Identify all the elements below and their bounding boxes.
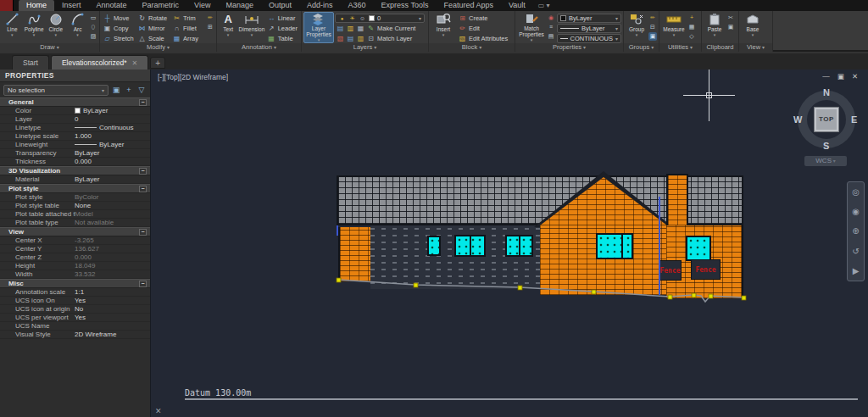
ellipse-icon[interactable]: ⬯ xyxy=(89,23,97,31)
file-tab-drawing[interactable]: Elevationscolorized* ✕ xyxy=(51,55,148,70)
file-tab-start[interactable]: Start xyxy=(12,55,49,70)
select-objects-icon[interactable]: + xyxy=(124,85,134,95)
section-general[interactable]: General− xyxy=(0,97,150,107)
left-brick-pillar[interactable] xyxy=(338,227,370,281)
window-3[interactable] xyxy=(505,235,533,257)
selection-dropdown[interactable]: No selection xyxy=(3,85,108,96)
row-width[interactable]: Width33.532 xyxy=(0,270,150,279)
point-style-icon[interactable]: ◇ xyxy=(687,32,696,41)
fillet-button[interactable]: ∩Fillet xyxy=(171,24,205,33)
row-ucs-icon-on[interactable]: UCS icon OnYes xyxy=(0,297,150,305)
viewcube-north[interactable]: N xyxy=(823,87,830,97)
circle-button[interactable]: Circle xyxy=(46,12,67,43)
viewcube-south[interactable]: S xyxy=(823,141,829,151)
line-button[interactable]: Line xyxy=(2,12,23,43)
panel-label-properties[interactable]: Properties xyxy=(515,43,623,52)
section-misc[interactable]: Misc− xyxy=(0,279,150,288)
cut-icon[interactable]: ✂ xyxy=(726,14,735,22)
panel-label-layers[interactable]: Layers xyxy=(302,43,428,52)
erase-icon[interactable]: ✏ xyxy=(206,14,214,22)
orbit-icon[interactable]: ↺ xyxy=(852,247,859,256)
tab-addins[interactable]: Add-ins xyxy=(299,0,341,11)
tab-close-icon[interactable]: ✕ xyxy=(132,59,138,67)
quick-select-icon[interactable]: ▽ xyxy=(136,85,147,95)
mirror-button[interactable]: ⋈Mirror xyxy=(136,24,170,33)
viewcube-top-face[interactable]: TOP xyxy=(814,107,839,132)
zoom-icon[interactable]: ⊕ xyxy=(852,226,859,236)
palette-title[interactable]: PROPERTIES xyxy=(0,70,150,82)
paste-button[interactable]: Paste xyxy=(704,12,726,43)
group-edit-icon[interactable]: ✏ xyxy=(648,14,657,22)
row-linetype-scale[interactable]: Linetype scale1.000 xyxy=(0,132,150,141)
array-button[interactable]: ▦Array xyxy=(171,34,205,43)
tab-home[interactable]: Home xyxy=(19,0,54,11)
make-current-button[interactable]: ▤▥▦ ✎ Make Current xyxy=(335,24,425,33)
window-2[interactable] xyxy=(454,235,486,257)
measure-button[interactable]: Measure xyxy=(661,12,687,43)
tab-vault[interactable]: Vault xyxy=(501,0,533,11)
match-properties-button[interactable]: Match Properties xyxy=(517,12,546,43)
edit-attributes-button[interactable]: ▧Edit Attributes xyxy=(457,34,513,43)
rotate-button[interactable]: ↻Rotate xyxy=(136,14,170,23)
rectangle-icon[interactable]: ▭ xyxy=(89,14,97,22)
app-logo-icon[interactable] xyxy=(0,0,14,11)
collapse-icon[interactable]: − xyxy=(139,186,147,192)
tab-output[interactable]: Output xyxy=(261,0,299,11)
panel-label-view[interactable]: View xyxy=(739,43,772,52)
panel-label-block[interactable]: Block xyxy=(429,43,515,52)
collapse-icon[interactable]: − xyxy=(139,281,147,287)
viewcube-west[interactable]: W xyxy=(793,114,802,125)
row-center-x[interactable]: Center X-3.265 xyxy=(0,236,150,245)
restore-icon[interactable]: ▣ xyxy=(837,72,844,81)
tab-featured-apps[interactable]: Featured Apps xyxy=(436,0,501,11)
row-ucs-icon-origin[interactable]: UCS icon at originNo xyxy=(0,305,150,314)
collapse-icon[interactable]: − xyxy=(139,168,147,175)
linear-button[interactable]: ↔Linear xyxy=(266,14,299,23)
tab-insert[interactable]: Insert xyxy=(54,0,89,11)
panel-label-annotation[interactable]: Annotation xyxy=(217,43,301,52)
gable-window[interactable] xyxy=(596,233,633,259)
viewcube-east[interactable]: E xyxy=(851,114,857,125)
explode-icon[interactable]: ⊞ xyxy=(206,23,214,31)
tab-annotate[interactable]: Annotate xyxy=(89,0,135,11)
row-transparency[interactable]: TransparencyByLayer xyxy=(0,149,150,158)
bottom-close-icon[interactable]: ✕ xyxy=(155,407,162,415)
row-layer[interactable]: Layer0 xyxy=(0,115,150,124)
id-point-icon[interactable]: + xyxy=(687,14,696,22)
object-color-dropdown[interactable]: ByLayer xyxy=(557,14,621,23)
close-icon[interactable]: ✕ xyxy=(852,72,858,81)
table-button[interactable]: ▦Table xyxy=(266,34,299,43)
row-center-z[interactable]: Center Z0.000 xyxy=(0,253,150,262)
lineweight-list-icon[interactable]: ≡ xyxy=(547,23,555,31)
insert-button[interactable]: Insert xyxy=(431,12,456,43)
row-annotation-scale[interactable]: Annotation scale1:1 xyxy=(0,288,150,297)
new-drawing-tab-button[interactable]: + xyxy=(150,57,165,69)
row-plot-table-type[interactable]: Plot table typeNot available xyxy=(0,219,150,227)
ungroup-icon[interactable]: ⊟ xyxy=(648,23,657,31)
row-lineweight[interactable]: LineweightByLayer xyxy=(0,141,150,149)
minimize-icon[interactable]: — xyxy=(822,72,830,81)
color-wheel-icon[interactable]: ◉ xyxy=(547,14,555,22)
base-button[interactable]: Base xyxy=(741,12,765,43)
row-visual-style[interactable]: Visual Style2D Wireframe xyxy=(0,331,150,339)
scale-button[interactable]: △Scale xyxy=(136,34,170,43)
tab-express-tools[interactable]: Express Tools xyxy=(374,0,437,11)
row-linetype[interactable]: LinetypeContinuous xyxy=(0,124,150,132)
toggle-pickadd-icon[interactable]: ▣ xyxy=(111,85,121,95)
tab-view[interactable]: View xyxy=(186,0,218,11)
hatch-icon[interactable]: ▨ xyxy=(89,32,97,41)
dimension-button[interactable]: Dimension xyxy=(238,12,264,43)
lineweight-dropdown[interactable]: ByLayer xyxy=(557,24,621,33)
panel-label-utilities[interactable]: Utilities xyxy=(659,43,701,52)
move-button[interactable]: ┼Move xyxy=(102,14,136,23)
linetype-dropdown[interactable]: CONTINUOUS xyxy=(557,34,621,43)
nav-wheel-icon[interactable]: ◎ xyxy=(852,187,860,197)
section-plot-style[interactable]: Plot style− xyxy=(0,184,150,193)
group-selection-icon[interactable]: ▣ xyxy=(648,32,657,41)
panel-label-clipboard[interactable]: Clipboard xyxy=(702,43,738,52)
panel-label-draw[interactable]: Draw xyxy=(0,43,99,52)
layer-dropdown[interactable]: ● ☀ ⊙ 0 xyxy=(335,14,425,23)
edit-block-button[interactable]: ✏Edit xyxy=(457,24,513,33)
row-plot-style-table[interactable]: Plot style tableNone xyxy=(0,202,150,210)
polyline-button[interactable]: Polyline xyxy=(24,12,45,43)
